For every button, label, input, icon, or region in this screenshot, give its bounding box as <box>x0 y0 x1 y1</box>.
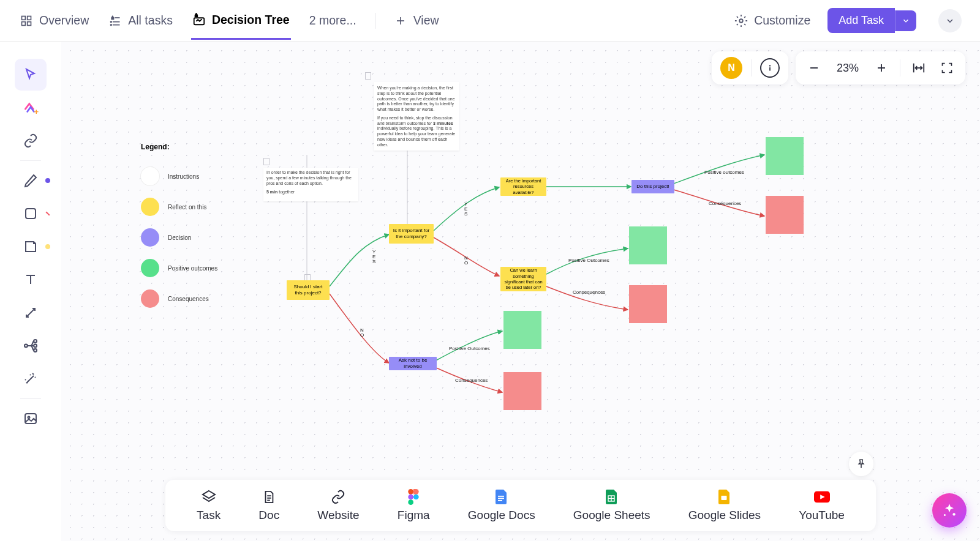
whiteboard-canvas[interactable]: Legend: Instructions Reflect on this Dec… <box>61 42 980 541</box>
zoom-pill: 23% <box>796 51 965 84</box>
tab-label: View <box>413 13 439 28</box>
svg-point-17 <box>24 345 28 348</box>
svg-point-41 <box>409 494 414 500</box>
node-resources[interactable]: Are the important resources available? <box>500 177 546 196</box>
insert-google-docs[interactable]: Google Docs <box>468 489 535 522</box>
svg-rect-45 <box>498 496 504 497</box>
node-learn[interactable]: Can we learn something significant that … <box>500 267 546 291</box>
customize-label: Customize <box>754 13 810 28</box>
svg-point-44 <box>409 499 414 505</box>
outcome-consequence[interactable] <box>503 372 541 410</box>
node-start[interactable]: Should I start this project? <box>287 280 330 300</box>
node-do-project[interactable]: Do this project! <box>631 180 674 193</box>
svg-rect-3 <box>28 21 31 25</box>
google-slides-icon <box>717 489 733 505</box>
gear-icon <box>734 14 748 28</box>
tool-ai[interactable]: + <box>15 92 47 124</box>
node-important[interactable]: Is it important for the company? <box>389 224 434 244</box>
fullscreen-button[interactable] <box>937 58 957 78</box>
svg-point-43 <box>413 494 419 500</box>
zoom-value[interactable]: 23% <box>832 62 863 75</box>
edge-label-cons: Consequences <box>709 201 741 206</box>
tool-magic[interactable] <box>15 363 47 395</box>
zoom-out-button[interactable] <box>804 58 824 78</box>
svg-point-18 <box>34 340 37 343</box>
svg-rect-51 <box>721 496 726 500</box>
instruction-card-top[interactable]: When you're making a decision, the first… <box>374 82 459 151</box>
edge-label-no: N O <box>360 328 364 338</box>
outcome-consequence[interactable] <box>766 196 804 234</box>
svg-point-40 <box>413 489 419 494</box>
more-menu-button[interactable] <box>938 9 962 32</box>
edge-label-no: N O <box>464 256 468 266</box>
insert-card-bar: Task Doc Website Figma Google Docs Googl… <box>165 480 876 531</box>
fit-width-button[interactable] <box>909 58 929 78</box>
svg-point-38 <box>409 489 414 494</box>
add-task-button[interactable]: Add Task <box>827 8 895 33</box>
instruction-card-left[interactable]: In order to make the decision that is ri… <box>263 168 358 201</box>
svg-rect-1 <box>28 16 31 20</box>
figma-icon <box>405 489 421 505</box>
canvas-controls: N 23% <box>712 51 965 84</box>
doc-icon <box>261 489 277 505</box>
grid-icon <box>20 14 33 28</box>
edge-label-cons: Consequences <box>455 378 488 383</box>
add-task-dropdown[interactable] <box>895 10 916 31</box>
tool-text[interactable] <box>15 264 47 296</box>
insert-figma[interactable]: Figma <box>398 489 430 522</box>
insert-task[interactable]: Task <box>197 489 221 522</box>
presence-pill: N <box>712 51 788 84</box>
tool-image[interactable] <box>15 403 47 435</box>
info-button[interactable] <box>760 58 780 78</box>
tool-sticky[interactable] <box>15 231 47 263</box>
nav-separator <box>375 13 375 29</box>
insert-youtube[interactable]: YouTube <box>799 489 845 522</box>
tab-decision-tree[interactable]: Decision Tree <box>191 2 291 40</box>
avatar[interactable]: N <box>720 57 742 79</box>
insert-doc[interactable]: Doc <box>258 489 279 522</box>
svg-rect-47 <box>498 500 502 501</box>
top-nav: Overview All tasks Decision Tree 2 more.… <box>0 0 980 42</box>
svg-point-12 <box>739 19 743 23</box>
tab-all-tasks[interactable]: All tasks <box>107 2 174 39</box>
tool-pen[interactable] <box>15 165 47 196</box>
youtube-icon <box>814 489 830 505</box>
legend-item: Decision <box>141 228 217 247</box>
google-docs-icon <box>494 489 510 505</box>
svg-point-19 <box>34 345 37 348</box>
add-view[interactable]: View <box>393 2 440 39</box>
svg-rect-46 <box>498 498 504 499</box>
outcome-positive[interactable] <box>766 137 804 175</box>
svg-rect-0 <box>22 16 26 20</box>
customize-button[interactable]: Customize <box>734 13 810 28</box>
svg-point-55 <box>944 514 946 516</box>
legend-title: Legend: <box>141 143 217 151</box>
node-ask-not[interactable]: Ask not to be involved <box>389 357 437 370</box>
outcome-positive[interactable] <box>629 226 667 264</box>
svg-rect-26 <box>769 67 771 71</box>
tab-label: 2 more... <box>309 13 356 28</box>
insert-google-sheets[interactable]: Google Sheets <box>573 489 650 522</box>
svg-text:+: + <box>34 107 39 116</box>
tool-connector[interactable] <box>15 297 47 329</box>
zoom-in-button[interactable] <box>872 58 891 78</box>
pin-button[interactable] <box>849 452 873 476</box>
edge-label-pos: Positive outcomes <box>704 170 744 175</box>
tab-more[interactable]: 2 more... <box>308 2 358 39</box>
tool-link[interactable] <box>15 125 47 157</box>
outcome-positive[interactable] <box>503 311 541 349</box>
add-task-split-button: Add Task <box>827 8 916 33</box>
layers-icon <box>201 489 217 505</box>
tool-cursor[interactable] <box>15 59 47 91</box>
tool-shape[interactable] <box>15 198 47 229</box>
edge-label-yes: Y E S <box>372 250 375 264</box>
tab-overview[interactable]: Overview <box>18 2 90 39</box>
outcome-consequence[interactable] <box>629 285 667 323</box>
tab-label: Decision Tree <box>212 13 290 27</box>
svg-point-22 <box>28 417 30 419</box>
tool-mindmap[interactable] <box>15 330 47 362</box>
insert-google-slides[interactable]: Google Slides <box>688 489 761 522</box>
ai-fab-button[interactable] <box>932 493 967 528</box>
insert-website[interactable]: Website <box>317 489 359 522</box>
google-sheets-icon <box>604 489 620 505</box>
